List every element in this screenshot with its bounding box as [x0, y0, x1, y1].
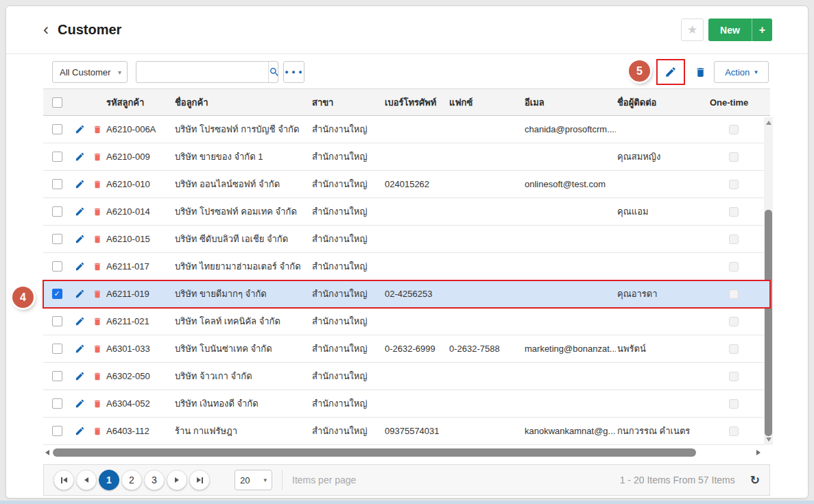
column-one-time[interactable]: One-time — [708, 89, 770, 115]
table-row[interactable]: A6210-014 บริษัท โปรซอฟท์ คอมเทค จำกัด ส… — [43, 198, 770, 226]
row-delete-button[interactable] — [93, 427, 102, 436]
column-branch[interactable]: สาขา — [311, 89, 383, 115]
last-page-button[interactable] — [189, 470, 210, 490]
cell-fax — [448, 226, 523, 252]
row-edit-button[interactable] — [75, 371, 85, 381]
table-row[interactable]: A6301-033 บริษัท โบนันซ่าเทค จำกัด สำนัก… — [43, 335, 770, 363]
row-checkbox[interactable] — [52, 344, 62, 354]
row-edit-button[interactable] — [75, 289, 85, 299]
next-page-button[interactable] — [167, 470, 187, 490]
row-checkbox[interactable] — [52, 179, 62, 189]
page-number-button[interactable]: 3 — [144, 470, 165, 490]
row-edit-button[interactable] — [75, 261, 85, 272]
plus-icon[interactable]: + — [752, 19, 772, 41]
edit-selected-button[interactable] — [658, 60, 684, 84]
row-edit-button[interactable] — [75, 206, 85, 217]
page-size-dropdown[interactable]: 20 ▾ — [235, 470, 272, 490]
table-row[interactable]: A6211-017 บริษัท ไทยยามาฮ่ามอเตอร์ จำกัด… — [43, 253, 770, 280]
row-edit-button[interactable] — [75, 316, 85, 326]
cell-customer-code: A6301-033 — [105, 335, 173, 362]
row-checkbox[interactable] — [52, 398, 62, 409]
favorite-button[interactable]: ★ — [681, 19, 704, 41]
scroll-right-icon[interactable] — [756, 450, 761, 455]
table-row[interactable]: A6211-019 บริษัท ขายดีมากๆ จำกัด สำนักงา… — [43, 280, 770, 308]
table-row[interactable]: A6302-050 บริษัท จ้าวเกา จำกัด สำนักงานใ… — [43, 363, 770, 390]
column-customer-name[interactable]: ชื่อลูกค้า — [173, 89, 311, 115]
page-number-button[interactable]: 1 — [99, 470, 119, 490]
row-checkbox[interactable] — [52, 316, 62, 326]
row-delete-button[interactable] — [93, 344, 102, 354]
row-edit-button[interactable] — [75, 124, 85, 134]
row-checkbox[interactable] — [52, 289, 62, 299]
table-row[interactable]: A6304-052 บริษัท เงินทองดี จำกัด สำนักงา… — [43, 390, 770, 418]
annotation-step-5: 5 — [629, 60, 650, 82]
cell-email — [523, 308, 616, 335]
row-delete-button[interactable] — [93, 317, 102, 326]
column-phone[interactable]: เบอร์โทรศัพท์ — [383, 89, 448, 115]
first-page-button[interactable] — [53, 470, 74, 490]
row-delete-button[interactable] — [93, 399, 102, 409]
pencil-icon — [75, 261, 85, 272]
action-dropdown-button[interactable]: Action ▾ — [714, 61, 769, 83]
cell-email — [523, 280, 616, 307]
table-row[interactable]: A6210-015 บริษัท ซีดับบลิวที เอเชีย จำกั… — [43, 226, 770, 253]
column-customer-code[interactable]: รหัสลูกค้า — [105, 89, 173, 115]
column-email[interactable]: อีเมล — [523, 89, 616, 115]
cell-phone — [383, 143, 448, 170]
column-contact[interactable]: ชื่อผู้ติดต่อ — [616, 89, 708, 115]
back-chevron-icon[interactable]: ‹ — [43, 20, 49, 39]
cell-contact — [616, 363, 708, 389]
cell-customer-name: บริษัท จ้าวเกา จำกัด — [173, 363, 311, 389]
row-checkbox[interactable] — [52, 426, 62, 436]
row-delete-button[interactable] — [93, 125, 102, 134]
scroll-left-icon[interactable] — [45, 450, 49, 455]
row-checkbox[interactable] — [52, 371, 62, 381]
new-button[interactable]: New + — [708, 19, 772, 41]
column-fax[interactable]: แฟกซ์ — [448, 89, 523, 115]
search-button[interactable] — [268, 62, 280, 82]
table-row[interactable]: A6210-009 บริษัท ขายของ จำกัด 1 สำนักงาน… — [43, 143, 770, 171]
cell-customer-code: A6211-017 — [105, 253, 173, 280]
scroll-down-icon[interactable] — [766, 437, 771, 442]
trash-icon — [93, 372, 102, 381]
row-edit-button[interactable] — [75, 234, 85, 244]
horizontal-scroll-thumb[interactable] — [53, 448, 696, 457]
customer-filter-dropdown[interactable]: All Customer ▾ — [52, 61, 128, 83]
table-body: A6210-006A บริษัท โปรซอฟท์ การบัญชี จำกั… — [43, 116, 770, 445]
row-checkbox[interactable] — [52, 261, 62, 272]
items-per-page-label: Items per page — [282, 470, 356, 490]
row-checkbox[interactable] — [52, 234, 62, 244]
search-input[interactable] — [136, 62, 268, 82]
row-edit-button[interactable] — [75, 398, 85, 409]
row-delete-button[interactable] — [93, 289, 102, 299]
trash-icon — [695, 67, 706, 78]
row-checkbox[interactable] — [52, 124, 62, 134]
more-options-button[interactable]: ● ● ● — [283, 61, 304, 83]
scroll-up-icon[interactable] — [766, 121, 771, 125]
row-delete-button[interactable] — [93, 235, 102, 244]
cell-phone — [383, 253, 448, 280]
cell-branch: สำนักงานใหญ่ — [311, 171, 383, 197]
previous-page-button[interactable] — [76, 470, 97, 490]
table-row[interactable]: A6211-021 บริษัท โคลท์ เทคนิคัล จำกัด สำ… — [43, 308, 770, 335]
row-checkbox[interactable] — [52, 152, 62, 162]
page-number-button[interactable]: 2 — [121, 470, 142, 490]
row-checkbox[interactable] — [52, 206, 62, 217]
row-delete-button[interactable] — [93, 207, 102, 217]
row-edit-button[interactable] — [75, 344, 85, 354]
table-row[interactable]: A6210-010 บริษัท ออนไลน์ซอฟท์ จำกัด สำนั… — [43, 171, 770, 198]
vertical-scroll-thumb[interactable] — [765, 210, 772, 436]
row-edit-button[interactable] — [75, 179, 85, 189]
delete-selected-button[interactable] — [689, 60, 712, 84]
select-all-checkbox[interactable] — [52, 97, 62, 108]
row-delete-button[interactable] — [93, 372, 102, 381]
horizontal-scrollbar[interactable] — [43, 448, 770, 458]
table-row[interactable]: A6403-112 ร้าน กาแฟรัษฎา สำนักงานใหญ่ 09… — [43, 418, 770, 445]
row-delete-button[interactable] — [93, 262, 102, 272]
row-delete-button[interactable] — [93, 180, 102, 189]
row-edit-button[interactable] — [75, 426, 85, 436]
row-edit-button[interactable] — [75, 152, 85, 162]
refresh-icon[interactable]: ↻ — [750, 473, 760, 488]
row-delete-button[interactable] — [93, 152, 102, 162]
table-row[interactable]: A6210-006A บริษัท โปรซอฟท์ การบัญชี จำกั… — [43, 116, 770, 143]
